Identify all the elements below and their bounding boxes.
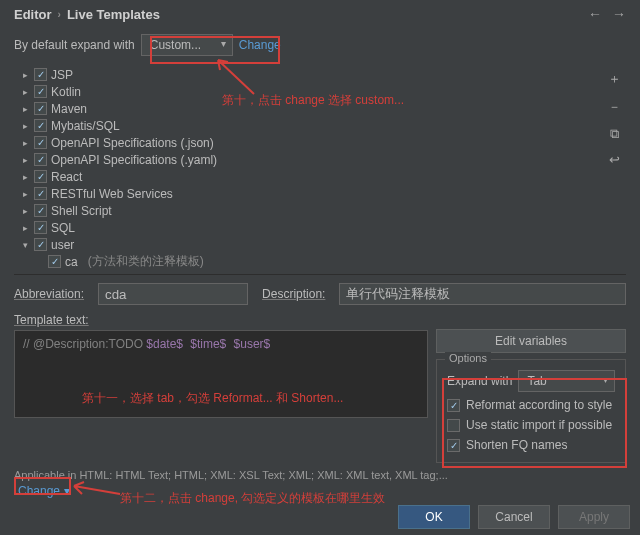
chevron-right-icon: ›: [58, 9, 61, 20]
group-checkbox[interactable]: [34, 204, 47, 217]
breadcrumb: Editor › Live Templates: [14, 7, 160, 22]
tree-group[interactable]: ▸Shell Script: [14, 202, 602, 219]
tree-template-item[interactable]: ca(方法和类的注释模板): [14, 253, 602, 268]
annotation-arrow-3: [70, 480, 124, 500]
group-label: JSP: [51, 68, 73, 82]
tree-group[interactable]: ▾user: [14, 236, 602, 253]
change-context-label: Change: [18, 484, 60, 498]
group-label: user: [51, 238, 74, 252]
group-checkbox[interactable]: [34, 119, 47, 132]
shorten-fq-label: Shorten FQ names: [466, 438, 567, 452]
tree-group[interactable]: ▸SQL: [14, 219, 602, 236]
static-import-label: Use static import if possible: [466, 418, 612, 432]
edit-variables-button[interactable]: Edit variables: [436, 329, 626, 353]
group-checkbox[interactable]: [34, 85, 47, 98]
chevron-right-icon[interactable]: ▸: [20, 87, 30, 97]
template-desc: (方法和类的注释模板): [88, 253, 204, 268]
chevron-down-icon: ▾: [64, 484, 70, 498]
revert-icon[interactable]: ↩: [609, 152, 620, 167]
reformat-checkbox[interactable]: [447, 399, 460, 412]
group-label: OpenAPI Specifications (.json): [51, 136, 214, 150]
chevron-right-icon[interactable]: ▸: [20, 155, 30, 165]
chevron-right-icon[interactable]: ▸: [20, 70, 30, 80]
group-label: Kotlin: [51, 85, 81, 99]
template-label: ca: [65, 255, 78, 269]
back-icon[interactable]: ←: [588, 6, 602, 22]
forward-icon[interactable]: →: [612, 6, 626, 22]
reformat-label: Reformat according to style: [466, 398, 612, 412]
group-label: React: [51, 170, 82, 184]
default-expand-combo[interactable]: Custom...: [141, 34, 233, 56]
group-label: Shell Script: [51, 204, 112, 218]
group-label: RESTful Web Services: [51, 187, 173, 201]
group-label: Mybatis/SQL: [51, 119, 120, 133]
ok-button[interactable]: OK: [398, 505, 470, 529]
group-label: OpenAPI Specifications (.yaml): [51, 153, 217, 167]
group-checkbox[interactable]: [34, 238, 47, 251]
tree-group[interactable]: ▸OpenAPI Specifications (.yaml): [14, 151, 602, 168]
annotation-text-2: 第十一，选择 tab，勾选 Reformat... 和 Shorten...: [82, 390, 343, 407]
expand-with-value: Tab: [527, 374, 546, 388]
group-label: SQL: [51, 221, 75, 235]
separator: [14, 274, 626, 275]
group-checkbox[interactable]: [34, 170, 47, 183]
applicable-contexts-text: Applicable in HTML: HTML Text; HTML; XML…: [0, 463, 640, 481]
tree-group[interactable]: ▸JSP: [14, 66, 602, 83]
annotation-text-3: 第十二，点击 change, 勾选定义的模板在哪里生效: [120, 490, 385, 507]
expand-with-option-label: Expand with: [447, 374, 512, 388]
abbreviation-label: Abbreviation:: [14, 287, 84, 301]
chevron-right-icon[interactable]: ▸: [20, 104, 30, 114]
chevron-right-icon[interactable]: ▸: [20, 189, 30, 199]
group-checkbox[interactable]: [34, 153, 47, 166]
abbreviation-input[interactable]: [98, 283, 248, 305]
tree-group[interactable]: ▸Mybatis/SQL: [14, 117, 602, 134]
description-label: Description:: [262, 287, 325, 301]
code-comment: // @Description:TODO: [23, 337, 146, 351]
annotation-text-1: 第十，点击 change 选择 custom...: [222, 92, 404, 109]
tree-group[interactable]: ▸OpenAPI Specifications (.json): [14, 134, 602, 151]
group-checkbox[interactable]: [34, 102, 47, 115]
chevron-right-icon[interactable]: ▸: [20, 138, 30, 148]
chevron-right-icon[interactable]: ▸: [20, 223, 30, 233]
breadcrumb-parent[interactable]: Editor: [14, 7, 52, 22]
chevron-down-icon[interactable]: ▾: [20, 240, 30, 250]
group-checkbox[interactable]: [34, 136, 47, 149]
tree-group[interactable]: ▸React: [14, 168, 602, 185]
copy-icon[interactable]: ⧉: [610, 126, 619, 142]
options-group: Options Expand with Tab Reformat accordi…: [436, 359, 626, 463]
chevron-right-icon[interactable]: ▸: [20, 172, 30, 182]
tree-group[interactable]: ▸RESTful Web Services: [14, 185, 602, 202]
change-context-link[interactable]: Change ▾: [14, 483, 74, 499]
static-import-checkbox[interactable]: [447, 419, 460, 432]
group-label: Maven: [51, 102, 87, 116]
group-checkbox[interactable]: [34, 221, 47, 234]
description-input[interactable]: [339, 283, 626, 305]
template-text-label: Template text:: [14, 313, 428, 327]
breadcrumb-current: Live Templates: [67, 7, 160, 22]
add-icon[interactable]: ＋: [608, 70, 621, 88]
chevron-right-icon[interactable]: ▸: [20, 206, 30, 216]
cancel-button[interactable]: Cancel: [478, 505, 550, 529]
chevron-right-icon[interactable]: ▸: [20, 121, 30, 131]
apply-button[interactable]: Apply: [558, 505, 630, 529]
shorten-fq-checkbox[interactable]: [447, 439, 460, 452]
expand-with-combo[interactable]: Tab: [518, 370, 615, 392]
expand-with-label: By default expand with: [14, 38, 135, 52]
group-checkbox[interactable]: [34, 68, 47, 81]
change-default-expand-link[interactable]: Change: [239, 38, 281, 52]
group-checkbox[interactable]: [34, 187, 47, 200]
default-expand-value: Custom...: [150, 38, 201, 52]
template-checkbox[interactable]: [48, 255, 61, 268]
options-legend: Options: [445, 352, 491, 364]
remove-icon[interactable]: －: [608, 98, 621, 116]
